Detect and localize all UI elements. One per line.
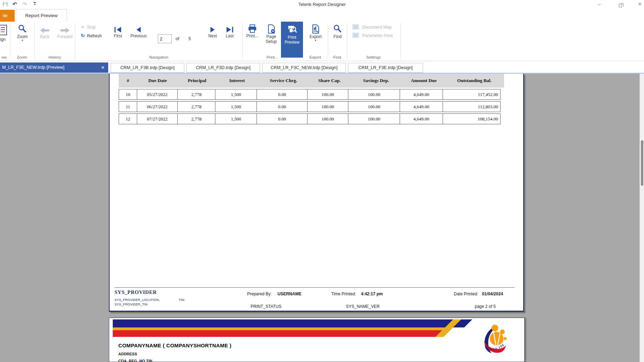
table-cell: 1,500 bbox=[215, 89, 257, 100]
table-cell: 112,803.00 bbox=[443, 101, 501, 112]
report-page-1: # Due Date Principal Interest Service Ch… bbox=[109, 74, 524, 312]
export-label: Export bbox=[310, 34, 322, 39]
refresh-button[interactable]: ↻ Refresh bbox=[80, 33, 102, 38]
doc-tab[interactable]: CRM_LR_F3E.trdp [Design] bbox=[348, 63, 423, 73]
export-button[interactable]: Export ▼ bbox=[305, 23, 326, 42]
report-table: # Due Date Principal Interest Service Ch… bbox=[119, 74, 504, 124]
page-setup-button[interactable]: Page Setup bbox=[262, 23, 280, 44]
table-cell: 2,778 bbox=[177, 113, 215, 124]
print-preview-button[interactable]: Print Preview bbox=[281, 22, 303, 58]
sys-name-ver: SYS_NAME_VER bbox=[346, 304, 380, 309]
table-cell: 100.00 bbox=[348, 89, 400, 100]
table-cell: 4,649.00 bbox=[400, 113, 443, 124]
table-cell: 12 bbox=[119, 113, 137, 124]
page-number-input[interactable] bbox=[158, 34, 172, 43]
table-cell: 05/27/2022 bbox=[137, 89, 178, 100]
doc-tab[interactable]: CRM_LR_F3B.trdp [Design] bbox=[111, 63, 184, 73]
forward-button[interactable]: Forward bbox=[55, 23, 75, 39]
find-button[interactable]: Find bbox=[330, 23, 346, 39]
tin-label: TIN: bbox=[179, 298, 185, 302]
scrollbar-thumb[interactable] bbox=[641, 140, 643, 186]
last-label: Last bbox=[226, 34, 234, 38]
zoom-label: Zoom bbox=[17, 34, 28, 39]
previous-icon bbox=[135, 27, 142, 33]
refresh-label: Refresh bbox=[87, 34, 102, 38]
stripe-gold bbox=[113, 327, 476, 330]
previous-label: Previous bbox=[131, 34, 147, 38]
table-cell: 0.00 bbox=[257, 101, 308, 112]
provider-name: SYS_PROVIDER bbox=[114, 289, 157, 295]
table-cell: 100.00 bbox=[307, 89, 348, 100]
prepared-by-label: Prepared By: bbox=[247, 291, 272, 296]
table-header-cell: Principal bbox=[178, 78, 216, 83]
stop-button[interactable]: × Stop bbox=[80, 24, 96, 30]
restore-button[interactable] bbox=[615, 1, 626, 8]
group-divider bbox=[34, 23, 35, 59]
report-preview-canvas[interactable]: # Due Date Principal Interest Service Ch… bbox=[0, 74, 644, 362]
group-divider bbox=[75, 23, 75, 59]
company-reg-line: CDA. REG. NO.TIN bbox=[118, 359, 152, 362]
document-map-toggle[interactable]: Document Map bbox=[353, 24, 392, 30]
table-cell: 07/27/2022 bbox=[137, 113, 178, 124]
restore-icon bbox=[619, 4, 622, 7]
minimize-button[interactable]: – bbox=[594, 1, 605, 8]
export-dropdown-icon[interactable]: ▼ bbox=[305, 39, 326, 42]
page-setup-label: Page bbox=[262, 34, 280, 39]
refresh-icon: ↻ bbox=[80, 33, 86, 38]
table-cell: 1,500 bbox=[215, 113, 257, 124]
preview-scrollbar[interactable] bbox=[639, 74, 644, 362]
zoom-group-label: Zoom bbox=[17, 55, 27, 59]
date-printed-label: Date Printed: bbox=[454, 291, 478, 296]
table-header-cell: Outstanding Bal. bbox=[445, 78, 503, 83]
table-row: 10 05/27/2022 2,778 1,500 0.00 100.00 10… bbox=[119, 89, 504, 100]
next-page-button[interactable]: Next bbox=[205, 23, 220, 38]
zoom-button[interactable]: Zoom ▼ bbox=[13, 23, 31, 42]
stripe-navy bbox=[113, 319, 476, 327]
table-cell: 100.00 bbox=[307, 101, 348, 112]
navigation-group-label: Navigation bbox=[149, 55, 168, 59]
back-button[interactable]: Back bbox=[36, 23, 54, 39]
stop-label: Stop bbox=[87, 25, 96, 30]
table-cell: 108,154.00 bbox=[443, 113, 501, 124]
footer-rule bbox=[114, 287, 515, 288]
design-label: ign bbox=[0, 37, 6, 42]
last-page-button[interactable]: Last bbox=[223, 23, 237, 38]
first-page-button[interactable]: First bbox=[111, 23, 125, 38]
table-header-cell: # bbox=[119, 78, 137, 83]
design-button[interactable]: ign bbox=[0, 23, 10, 42]
page-info: page 2 of 5 bbox=[475, 304, 496, 309]
forward-icon bbox=[60, 27, 70, 34]
file-tab[interactable]: ile bbox=[0, 10, 15, 22]
table-cell: 4,649.00 bbox=[400, 101, 443, 112]
table-header-cell: Amount Due bbox=[402, 78, 445, 83]
provider-location: SYS_PROVIDER_LOCATION, bbox=[114, 298, 160, 302]
print-group-label: Print... bbox=[266, 55, 278, 59]
document-tab-strip: M_LR_F3E_NEW.trdp [Preview] ✕ CRM_LR_F3B… bbox=[0, 62, 644, 73]
design-icon bbox=[0, 24, 8, 36]
parameter-area-label: Parameter Area bbox=[362, 33, 393, 38]
table-header-row: # Due Date Principal Interest Service Ch… bbox=[119, 74, 504, 88]
next-label: Next bbox=[208, 34, 217, 38]
print-button[interactable]: Print... bbox=[244, 23, 261, 38]
zoom-icon bbox=[18, 24, 27, 34]
close-button[interactable]: × bbox=[635, 1, 644, 8]
company-address: ADDRESS bbox=[118, 352, 137, 356]
doc-tab-active[interactable]: M_LR_F3E_NEW.trdp [Preview] ✕ bbox=[0, 62, 108, 73]
app-title: Telerik Report Designer bbox=[0, 2, 644, 7]
ribbon: ign Zoom ▼ Back Forward × St bbox=[0, 22, 644, 61]
table-cell: 0.00 bbox=[257, 89, 308, 100]
doc-tab[interactable]: CRM_LR_F3C_NEW.trdp [Design] bbox=[262, 63, 346, 73]
zoom-dropdown-icon[interactable]: ▼ bbox=[13, 39, 31, 42]
parameter-area-icon bbox=[353, 33, 359, 38]
parameter-area-toggle[interactable]: Parameter Area bbox=[353, 33, 393, 38]
tab-close-icon[interactable]: ✕ bbox=[101, 62, 105, 73]
doc-tab-active-label: M_LR_F3E_NEW.trdp [Preview] bbox=[2, 65, 65, 70]
first-icon bbox=[114, 27, 122, 33]
table-cell: 0.00 bbox=[257, 113, 308, 124]
tab-report-preview[interactable]: Report Preview bbox=[16, 9, 67, 22]
previous-page-button[interactable]: Previous bbox=[128, 23, 149, 38]
doc-tab[interactable]: CRM_LR_F3D.trdp [Design] bbox=[186, 63, 260, 73]
forward-label: Forward bbox=[57, 34, 73, 39]
table-cell: 100.00 bbox=[348, 101, 400, 112]
ribbon-tab-row: ile Report Preview bbox=[0, 9, 644, 22]
